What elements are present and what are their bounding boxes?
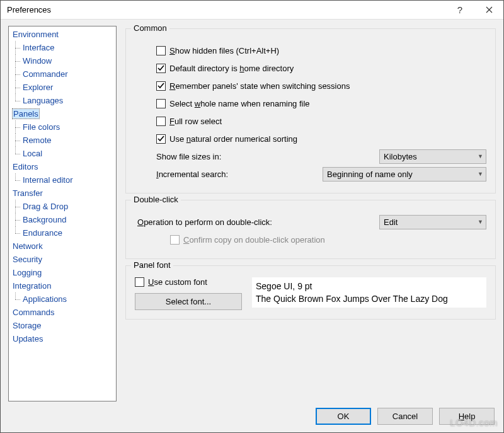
row-file-sizes: Show file sizes in: Kilobytes ▼: [135, 149, 486, 164]
tree-item-integration[interactable]: Integration: [9, 279, 116, 292]
font-sample-name: Segoe UI, 9 pt: [256, 280, 483, 292]
tree-item-environment[interactable]: Environment: [9, 28, 116, 41]
tree-item-security[interactable]: Security: [9, 253, 116, 266]
checkbox-default-directory[interactable]: Default directory is home directory: [135, 64, 294, 73]
group-double-click-legend: Double-click: [131, 195, 181, 204]
tree-item-storage[interactable]: Storage: [9, 319, 116, 332]
checkbox-confirm-copy: Confirm copy on double-click operation: [170, 235, 325, 245]
combo-incremental-search[interactable]: Beginning of name only ▼: [323, 167, 486, 182]
help-icon[interactable]: ?: [445, 1, 474, 19]
tree-item-panels[interactable]: Panels: [9, 107, 116, 120]
chevron-down-icon: ▼: [478, 153, 483, 159]
tree-item-commands[interactable]: Commands: [9, 306, 116, 319]
tree-item-drag-drop[interactable]: Drag & Drop: [9, 200, 116, 213]
checkbox-full-row-select[interactable]: Full row select: [135, 117, 222, 126]
tree-item-logging[interactable]: Logging: [9, 266, 116, 279]
row-double-click-op: Operation to perform on double-click: Ed…: [135, 214, 486, 229]
tree-item-languages[interactable]: Languages: [9, 94, 116, 107]
nav-tree[interactable]: EnvironmentInterfaceWindowCommanderExplo…: [8, 26, 117, 401]
tree-item-file-colors[interactable]: File colors: [9, 120, 116, 134]
close-icon[interactable]: [474, 1, 503, 19]
checkbox-select-whole-name[interactable]: Select whole name when renaming file: [135, 99, 310, 108]
checkbox-remember-panels[interactable]: Remember panels' state when switching se…: [135, 81, 350, 91]
titlebar: Preferences ?: [1, 1, 503, 20]
font-sample: Segoe UI, 9 pt The Quick Brown Fox Jumps…: [252, 277, 486, 308]
group-double-click: Double-click Operation to perform on dou…: [125, 200, 496, 259]
checkbox-natural-order[interactable]: Use natural order numerical sorting: [135, 134, 297, 144]
settings-content: Common Show hidden files (Ctrl+Alt+H) De…: [125, 26, 496, 401]
ok-button[interactable]: OK: [316, 408, 371, 425]
select-font-button[interactable]: Select font...: [135, 293, 242, 310]
label-incremental-search: Incremental search:: [156, 170, 318, 179]
label-file-sizes: Show file sizes in:: [156, 152, 374, 161]
tree-item-transfer[interactable]: Transfer: [9, 187, 116, 200]
tree-item-internal-editor[interactable]: Internal editor: [9, 173, 116, 187]
font-sample-text: The Quick Brown Fox Jumps Over The Lazy …: [256, 292, 483, 305]
tree-item-commander[interactable]: Commander: [9, 67, 116, 81]
group-panel-font: Panel font Use custom font Select font..…: [125, 265, 496, 320]
dialog-footer: OK Cancel Help: [1, 401, 503, 432]
tree-item-explorer[interactable]: Explorer: [9, 81, 116, 94]
label-double-click-op: Operation to perform on double-click:: [137, 217, 374, 227]
tree-item-updates[interactable]: Updates: [9, 332, 116, 345]
group-common: Common Show hidden files (Ctrl+Alt+H) De…: [125, 28, 496, 193]
row-incremental-search: Incremental search: Beginning of name on…: [135, 166, 486, 182]
group-panel-font-legend: Panel font: [131, 260, 173, 270]
chevron-down-icon: ▼: [478, 219, 483, 225]
tree-item-applications[interactable]: Applications: [9, 292, 116, 306]
cancel-button[interactable]: Cancel: [377, 408, 433, 425]
help-button[interactable]: Help: [439, 408, 495, 425]
tree-item-local[interactable]: Local: [9, 147, 116, 160]
tree-item-interface[interactable]: Interface: [9, 41, 116, 54]
tree-item-remote[interactable]: Remote: [9, 134, 116, 147]
window-title: Preferences: [7, 5, 445, 14]
chevron-down-icon: ▼: [478, 171, 483, 177]
preferences-dialog: Preferences ? EnvironmentInterfaceWindow…: [0, 0, 504, 433]
tree-item-network[interactable]: Network: [9, 240, 116, 253]
checkbox-use-custom-font[interactable]: Use custom font: [135, 277, 242, 287]
tree-item-background[interactable]: Background: [9, 213, 116, 226]
group-common-legend: Common: [131, 23, 169, 33]
tree-item-window[interactable]: Window: [9, 54, 116, 67]
checkbox-show-hidden[interactable]: Show hidden files (Ctrl+Alt+H): [135, 46, 279, 55]
combo-double-click-op[interactable]: Edit ▼: [379, 215, 486, 229]
tree-item-editors[interactable]: Editors: [9, 160, 116, 173]
tree-item-endurance[interactable]: Endurance: [9, 226, 116, 240]
combo-file-sizes[interactable]: Kilobytes ▼: [379, 149, 486, 164]
